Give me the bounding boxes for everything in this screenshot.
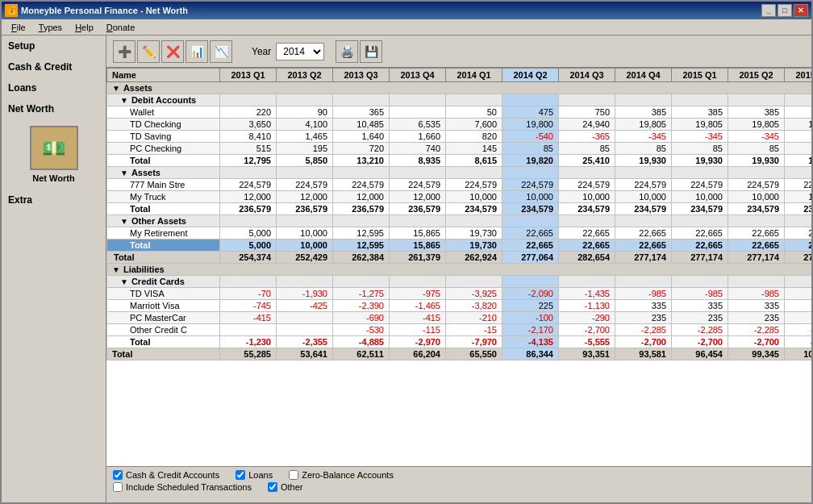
net-worth-icon[interactable]: 💵 [30,126,78,170]
sidebar-item-setup[interactable]: Setup [2,35,106,56]
toolbar: ➕ ✏️ ❌ 📊 📉 Year 2013 2014 2015 2016 🖨️ 💾 [106,35,811,68]
table-row: My Truck 12,00012,00012,00012,000 10,000… [107,191,812,203]
menu-file[interactable]: File [5,21,32,34]
col-header-2013q1: 2013 Q1 [220,69,277,82]
content-area: Setup Cash & Credit Loans Net Worth 💵 Ne… [2,35,811,502]
subsection-debit-accounts: ▼Debit Accounts [107,94,812,106]
assets-total-row: Total 254,374252,429262,384261,379 262,9… [107,252,812,264]
table-row: Wallet 22090365 50475750385 385385385385 [107,106,812,119]
minimize-button[interactable]: _ [761,4,776,17]
loans-label: Loans [248,470,273,480]
checkbox-other: Other [268,482,303,492]
col-header-2015q3: 2015 Q3 [785,69,812,82]
window-controls: _ □ ✕ [761,4,808,17]
sidebar-item-extra[interactable]: Extra [2,190,106,210]
add-button[interactable]: ➕ [113,40,136,63]
section-assets: ▼Assets [107,82,812,94]
col-header-2013q4: 2013 Q4 [390,69,446,82]
col-header-2014q2: 2014 Q2 [502,69,559,82]
col-header-name: Name [107,69,220,82]
col-header-2013q2: 2013 Q2 [277,69,333,82]
scheduled-checkbox[interactable] [113,482,123,492]
year-select[interactable]: 2013 2014 2015 2016 [276,43,324,60]
checkbox-cash-credit: Cash & Credit Accounts [113,470,219,480]
footer-row-1: Cash & Credit Accounts Loans Zero-Balanc… [113,470,805,480]
table-row: My Retirement 5,00010,00012,59515,865 19… [107,227,812,240]
menubar: File Types Help Donate [2,19,811,35]
other-checkbox[interactable] [268,482,277,492]
credit-cards-total-row: Total -1,230-2,355-4,885-2,970 -7,970-4,… [107,336,812,348]
table-row: Other Credit C -530-115 -15-2,170-2,700-… [107,324,812,336]
year-label: Year [252,46,271,57]
other-label: Other [281,482,303,492]
debit-total-row: Total 12,7955,85013,2108,935 8,61519,820… [107,155,812,167]
col-header-2013q3: 2013 Q3 [333,69,390,82]
window-title: Moneyble Personal Finance - Net Worth [21,6,761,15]
subsection-assets: ▼Assets [107,167,812,179]
liabilities-expand[interactable]: ▼ [112,265,120,274]
other-assets-total-row: Total 5,00010,00012,59515,865 19,73022,6… [107,240,812,252]
checkbox-scheduled: Include Scheduled Transactions [113,482,252,492]
app-icon: 💰 [5,4,18,17]
checkbox-loans: Loans [236,470,273,480]
checkbox-zero-balance: Zero-Balance Accounts [289,470,394,480]
sidebar-item-loans[interactable]: Loans [2,77,106,98]
col-header-2014q3: 2014 Q3 [559,69,615,82]
subsection-credit-cards: ▼Credit Cards [107,276,812,288]
table-row: PC Checking 515195720740 145858585 85858… [107,143,812,155]
edit-button[interactable]: ✏️ [137,40,160,63]
sidebar: Setup Cash & Credit Loans Net Worth 💵 Ne… [2,35,106,502]
report-button[interactable]: 📊 [186,40,208,63]
titlebar: 💰 Moneyble Personal Finance - Net Worth … [2,2,811,19]
zero-balance-checkbox[interactable] [289,470,298,480]
table-row: 777 Main Stre 224,579224,579224,579224,5… [107,179,812,191]
other-assets-expand[interactable]: ▼ [120,217,128,226]
delete-button[interactable]: ❌ [161,40,184,63]
table-row: TD Checking 3,6504,10010,4856,535 7,6001… [107,119,812,131]
assets-expand[interactable]: ▼ [112,84,120,93]
sidebar-item-net-worth[interactable]: Net Worth [2,98,106,119]
scheduled-label: Include Scheduled Transactions [126,482,252,492]
main-window: 💰 Moneyble Personal Finance - Net Worth … [0,0,813,504]
table-row: TD Saving 8,4101,4651,6401,660 820-540-3… [107,131,812,143]
menu-types[interactable]: Types [32,21,69,34]
cash-credit-checkbox[interactable] [113,470,123,480]
col-header-2014q4: 2014 Q4 [615,69,672,82]
print-button[interactable]: 🖨️ [336,40,358,63]
subsection-other-assets: ▼Other Assets [107,215,812,227]
col-header-2014q1: 2014 Q1 [446,69,502,82]
credit-cards-expand[interactable]: ▼ [120,277,128,286]
sidebar-icon-label: Net Worth [32,173,74,183]
sidebar-item-cash-credit[interactable]: Cash & Credit [2,56,106,77]
table-row: Marriott Visa -745-425-2,390-1,465 -3,82… [107,300,812,312]
sidebar-icon-area: 💵 Net Worth [2,119,106,190]
debit-expand[interactable]: ▼ [120,96,128,105]
menu-help[interactable]: Help [69,21,100,34]
net-worth-table: Name 2013 Q1 2013 Q2 2013 Q3 2013 Q4 201… [106,68,811,360]
close-button[interactable]: ✕ [794,4,808,17]
assets-sub-total-row: Total 236,579236,579236,579236,579 234,5… [107,203,812,215]
table-container[interactable]: Name 2013 Q1 2013 Q2 2013 Q3 2013 Q4 201… [106,68,811,466]
footer: Cash & Credit Accounts Loans Zero-Balanc… [106,466,811,502]
save-button[interactable]: 💾 [360,40,382,63]
table-row: TD VISA -70-1,930-1,275-975 -3,925-2,090… [107,288,812,300]
menu-donate[interactable]: Donate [100,21,141,34]
assets-sub-expand[interactable]: ▼ [120,169,128,177]
col-header-2015q2: 2015 Q2 [728,69,785,82]
main-panel: ➕ ✏️ ❌ 📊 📉 Year 2013 2014 2015 2016 🖨️ 💾 [106,35,811,502]
table-row: PC MasterCar -415-690-415 -210-100-29023… [107,312,812,324]
section-liabilities: ▼Liabilities [107,264,812,276]
zero-balance-label: Zero-Balance Accounts [302,470,394,480]
cash-credit-label: Cash & Credit Accounts [126,470,219,480]
export-button[interactable]: 📉 [210,40,232,63]
loans-checkbox[interactable] [236,470,245,480]
grand-total-row: Total 55,28553,64162,51166,204 65,55086,… [107,348,812,360]
footer-row-2: Include Scheduled Transactions Other [113,482,805,492]
maximize-button[interactable]: □ [778,4,792,17]
col-header-2015q1: 2015 Q1 [672,69,728,82]
